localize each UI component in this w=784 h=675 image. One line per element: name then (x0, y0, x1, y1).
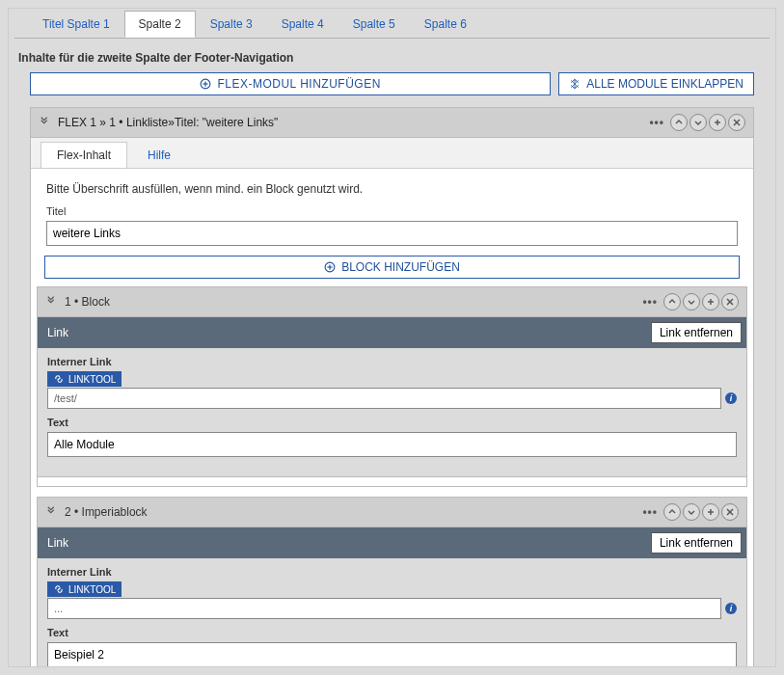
move-down-button[interactable] (683, 503, 700, 521)
link-bar-title: Link (47, 536, 651, 550)
add-block-label: BLOCK HINZUFÜGEN (341, 260, 460, 274)
add-flex-module-button[interactable]: FLEX-MODUL HINZUFÜGEN (30, 72, 551, 95)
remove-button[interactable] (721, 503, 739, 521)
internal-link-label: Interner Link (47, 356, 737, 367)
tab-spalte-2[interactable]: Spalte 2 (124, 11, 196, 38)
move-down-button[interactable] (689, 114, 707, 131)
remove-button[interactable] (728, 114, 745, 131)
duplicate-button[interactable] (709, 114, 726, 131)
link-bar-title: Link (47, 326, 651, 339)
internal-link-label: Interner Link (47, 566, 737, 578)
more-actions-icon[interactable]: ••• (638, 295, 662, 309)
block-title: 1 • Block (65, 295, 635, 309)
move-up-button[interactable] (663, 503, 681, 521)
move-up-button[interactable] (663, 293, 681, 310)
hint-text: Bitte Überschrift ausfüllen, wenn mind. … (46, 182, 738, 196)
linktool-label: LINKTOOL (68, 374, 116, 385)
move-up-button[interactable] (670, 114, 688, 131)
plus-circle-icon (200, 78, 211, 90)
block-header: 2 • Imperiablock ••• (37, 497, 747, 527)
collapse-chevron-icon[interactable] (45, 506, 61, 518)
block-body: Link Link entfernen Interner Link LINKTO… (37, 527, 747, 667)
section-title: Inhalte für die zweite Spalte der Footer… (9, 38, 775, 72)
flex-module-pane: Flex-Inhalt Hilfe Bitte Überschrift ausf… (30, 138, 754, 667)
tab-titel-spalte-1[interactable]: Titel Spalte 1 (28, 11, 124, 38)
info-icon[interactable]: i (725, 392, 737, 404)
remove-button[interactable] (721, 293, 739, 310)
linktool-button[interactable]: LINKTOOL (47, 371, 122, 387)
collapse-all-button[interactable]: ALLE MODULE EINKLAPPEN (558, 72, 754, 95)
plus-circle-icon (324, 261, 336, 273)
block-body: Link Link entfernen Interner Link LINKTO… (37, 317, 747, 477)
flex-module-title: FLEX 1 » 1 • Linkliste»Titel: "weitere L… (58, 116, 641, 129)
text-input[interactable] (47, 432, 737, 457)
inner-tab-hilfe[interactable]: Hilfe (131, 142, 187, 168)
more-actions-icon[interactable]: ••• (638, 505, 662, 519)
text-label: Text (47, 417, 737, 428)
tab-spalte-6[interactable]: Spalte 6 (410, 11, 481, 38)
duplicate-button[interactable] (702, 293, 719, 310)
info-icon[interactable]: i (725, 603, 737, 614)
column-tabs: Titel Spalte 1 Spalte 2 Spalte 3 Spalte … (9, 9, 775, 38)
block-header: 1 • Block ••• (37, 286, 747, 317)
add-block-button[interactable]: BLOCK HINZUFÜGEN (44, 256, 740, 279)
collapse-icon (569, 78, 581, 90)
internal-link-input[interactable] (47, 598, 721, 619)
move-down-button[interactable] (683, 293, 700, 310)
tab-spalte-4[interactable]: Spalte 4 (267, 11, 338, 38)
link-icon (53, 373, 65, 385)
title-input[interactable] (46, 221, 738, 246)
block-spacer (37, 477, 747, 487)
flex-module-header: FLEX 1 » 1 • Linkliste»Titel: "weitere L… (30, 107, 754, 138)
linktool-button[interactable]: LINKTOOL (47, 581, 122, 597)
more-actions-icon[interactable]: ••• (645, 116, 668, 129)
collapse-chevron-icon[interactable] (39, 117, 54, 128)
remove-link-button[interactable]: Link entfernen (651, 322, 742, 343)
duplicate-button[interactable] (702, 503, 719, 521)
add-flex-label: FLEX-MODUL HINZUFÜGEN (217, 77, 380, 91)
text-input[interactable] (47, 642, 737, 667)
tab-spalte-3[interactable]: Spalte 3 (196, 11, 267, 38)
internal-link-input[interactable] (47, 388, 721, 409)
collapse-chevron-icon[interactable] (45, 296, 61, 308)
remove-link-button[interactable]: Link entfernen (651, 532, 742, 554)
block-title: 2 • Imperiablock (65, 505, 635, 519)
link-icon (53, 583, 65, 595)
title-label: Titel (46, 205, 738, 217)
text-label: Text (47, 627, 737, 638)
collapse-all-label: ALLE MODULE EINKLAPPEN (586, 77, 743, 91)
linktool-label: LINKTOOL (68, 584, 116, 595)
inner-tab-flex-inhalt[interactable]: Flex-Inhalt (41, 142, 127, 168)
tab-spalte-5[interactable]: Spalte 5 (338, 11, 410, 38)
